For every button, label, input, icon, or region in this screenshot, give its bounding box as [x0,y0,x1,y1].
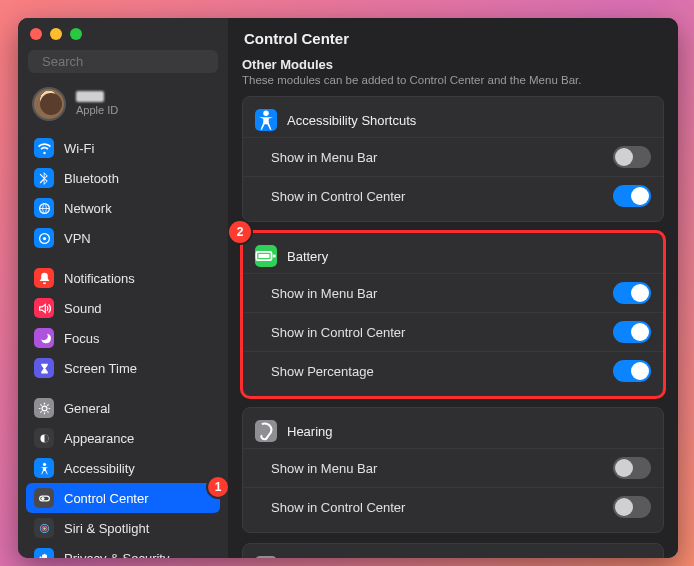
module-accessibility-shortcuts: Accessibility Shortcuts Show in Menu Bar… [242,96,664,222]
row-control-center: Show in Control Center [243,176,663,215]
gear-icon [34,398,54,418]
sidebar-item-sound[interactable]: Sound [26,293,220,323]
search-input[interactable] [42,54,210,69]
hourglass-icon [34,358,54,378]
sidebar-item-siri-spotlight[interactable]: Siri & Spotlight [26,513,220,543]
bell-icon [34,268,54,288]
sidebar-item-bluetooth[interactable]: Bluetooth [26,163,220,193]
section-desc: These modules can be added to Control Ce… [242,74,664,86]
focus-icon [34,328,54,348]
toggle-battery-menubar[interactable] [613,282,651,304]
zoom-icon[interactable] [70,28,82,40]
network-icon [34,198,54,218]
svg-point-4 [42,236,45,239]
toggle-battery-cc[interactable] [613,321,651,343]
row-menu-bar: Show in Menu Bar [243,137,663,176]
sidebar-item-wifi[interactable]: Wi-Fi [26,133,220,163]
appearance-icon [34,428,54,448]
svg-point-13 [263,110,269,116]
toggle-hearing-menubar[interactable] [613,457,651,479]
row-control-center: Show in Control Center [243,487,663,526]
apple-id-sub: Apple ID [76,104,118,117]
svg-point-5 [42,406,47,411]
module-fast-user-switching: Fast User Switching Show in Menu Bar Don… [242,543,664,558]
svg-point-7 [42,462,45,465]
sidebar: Apple ID Wi-Fi Bluetooth Network VPN Not… [18,18,228,558]
users-icon [255,556,277,558]
row-menu-bar: Show in Menu Bar [243,448,663,487]
module-hearing: Hearing Show in Menu Bar Show in Control… [242,407,664,533]
avatar [32,87,66,121]
toggle-hearing-cc[interactable] [613,496,651,518]
close-icon[interactable] [30,28,42,40]
apple-id-name [76,91,104,102]
page-title: Control Center [228,18,678,53]
sidebar-item-screen-time[interactable]: Screen Time [26,353,220,383]
toggle-accessibility-cc[interactable] [613,185,651,207]
hand-icon [34,548,54,558]
battery-icon [255,245,277,267]
apple-id-row[interactable]: Apple ID [18,83,228,133]
toggle-accessibility-menubar[interactable] [613,146,651,168]
sound-icon [34,298,54,318]
siri-icon [34,518,54,538]
section-title: Other Modules [242,57,664,72]
marker-1: 1 [208,477,228,497]
sidebar-item-appearance[interactable]: Appearance [26,423,220,453]
content-scroll[interactable]: Other Modules These modules can be added… [228,53,678,558]
sidebar-item-network[interactable]: Network [26,193,220,223]
svg-point-9 [41,496,44,499]
sidebar-item-privacy-security[interactable]: Privacy & Security [26,543,220,558]
sidebar-item-general[interactable]: General [26,393,220,423]
search-field[interactable] [28,50,218,73]
sidebar-item-vpn[interactable]: VPN [26,223,220,253]
row-menu-bar: Show in Menu Bar [243,273,663,312]
settings-window: Apple ID Wi-Fi Bluetooth Network VPN Not… [18,18,678,558]
sidebar-item-notifications[interactable]: Notifications [26,263,220,293]
window-controls [18,18,228,46]
svg-rect-15 [273,255,276,258]
vpn-icon [34,228,54,248]
marker-2: 2 [229,221,251,243]
bluetooth-icon [34,168,54,188]
sidebar-item-accessibility[interactable]: Accessibility [26,453,220,483]
accessibility-icon [34,458,54,478]
sidebar-item-control-center[interactable]: Control Center 1 [26,483,220,513]
control-center-icon [34,488,54,508]
content-pane: Control Center Other Modules These modul… [228,18,678,558]
sidebar-nav: Wi-Fi Bluetooth Network VPN Notification… [18,133,228,558]
ear-icon [255,420,277,442]
module-battery: 2 Battery Show in Menu Bar Show in Contr… [242,232,664,397]
minimize-icon[interactable] [50,28,62,40]
sidebar-item-focus[interactable]: Focus [26,323,220,353]
accessibility-icon [255,109,277,131]
svg-rect-16 [258,254,269,258]
row-control-center: Show in Control Center [243,312,663,351]
toggle-battery-percentage[interactable] [613,360,651,382]
svg-point-12 [43,527,45,529]
wifi-icon [34,138,54,158]
row-percentage: Show Percentage [243,351,663,390]
